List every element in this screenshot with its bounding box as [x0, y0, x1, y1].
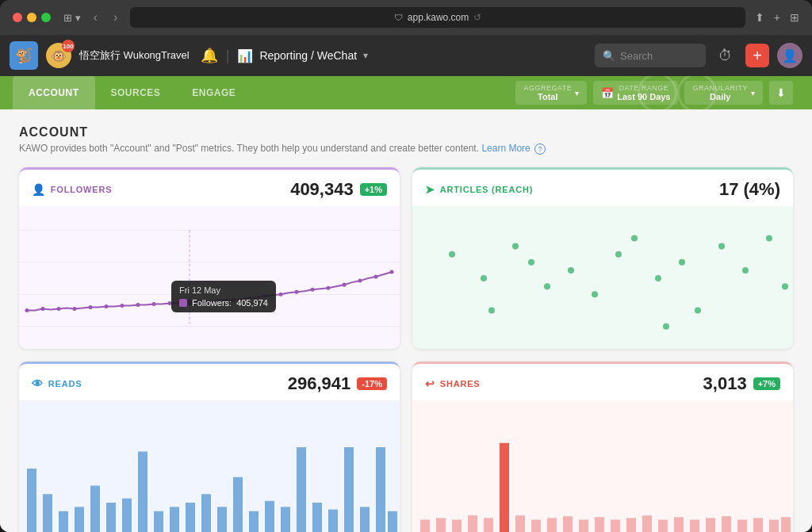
- svg-rect-73: [436, 518, 446, 532]
- browser-window: ⊞ ▾ ‹ › 🛡 app.kawo.com ↺ ⬆ + ⊞ 🐒 🐵 100 悟…: [0, 0, 812, 532]
- search-box[interactable]: 🔍 Search: [595, 44, 706, 67]
- tab-engage[interactable]: ENGAGE: [176, 76, 251, 109]
- section-description: KAWO provides both "Account" and "Post" …: [19, 143, 793, 155]
- reporting-label[interactable]: Reporting / WeChat: [259, 49, 357, 62]
- followers-value: 409,343: [290, 179, 354, 200]
- tab-sources[interactable]: SOURCES: [95, 76, 177, 109]
- shares-chart-body: [412, 400, 793, 532]
- svg-point-7: [73, 307, 77, 311]
- svg-point-30: [449, 251, 455, 257]
- svg-rect-57: [170, 507, 179, 532]
- search-placeholder: Search: [620, 50, 653, 62]
- shares-chart-svg: [412, 400, 793, 532]
- articles-chart-body: [412, 206, 793, 349]
- svg-rect-66: [312, 503, 322, 532]
- reads-header: 👁 READS 296,941 -17%: [19, 364, 400, 400]
- separator: |: [226, 48, 230, 64]
- svg-rect-49: [43, 494, 52, 532]
- user-avatar[interactable]: 👤: [777, 43, 802, 68]
- help-icon[interactable]: ?: [534, 144, 546, 155]
- help-button[interactable]: ⏱: [714, 44, 737, 67]
- svg-point-31: [481, 275, 487, 281]
- svg-point-41: [695, 307, 701, 313]
- main-content: ACCOUNT KAWO provides both "Account" and…: [0, 109, 812, 532]
- account-avatar[interactable]: 🐵 100: [46, 43, 71, 68]
- svg-point-34: [544, 283, 550, 289]
- articles-card: ➤ ARTICLES (REACH) 17 (4%): [412, 167, 793, 349]
- minimize-button[interactable]: [27, 13, 36, 22]
- svg-point-25: [358, 278, 362, 282]
- svg-point-9: [105, 304, 109, 308]
- svg-point-42: [718, 243, 725, 249]
- reads-label: 👁 READS: [32, 377, 82, 390]
- maximize-button[interactable]: [41, 13, 51, 22]
- svg-point-27: [390, 270, 394, 274]
- svg-rect-70: [376, 447, 385, 532]
- svg-rect-52: [90, 485, 100, 532]
- reporting-dropdown-icon[interactable]: ▾: [363, 50, 368, 61]
- new-tab-icon[interactable]: +: [774, 11, 780, 24]
- aggregate-filter[interactable]: AGGREGATE Total ▾: [515, 81, 587, 105]
- account-name[interactable]: 悟空旅行 WukongTravel: [79, 48, 190, 63]
- svg-rect-67: [328, 509, 338, 532]
- tab-account[interactable]: ACCOUNT: [13, 76, 95, 109]
- learn-more-link[interactable]: Learn More: [481, 143, 530, 154]
- grid-icon[interactable]: ⊞: [790, 11, 799, 24]
- svg-rect-88: [674, 517, 684, 532]
- reads-icon: 👁: [32, 377, 44, 390]
- shares-badge: +7%: [753, 377, 780, 390]
- svg-rect-89: [690, 519, 699, 532]
- notification-bell[interactable]: 🔔: [201, 47, 218, 64]
- reporting-nav: 📊 Reporting / WeChat ▾: [237, 48, 368, 63]
- svg-rect-63: [265, 501, 274, 532]
- svg-rect-64: [281, 507, 290, 532]
- svg-point-12: [152, 302, 156, 306]
- metrics-grid: 👤 FOLLOWERS 409,343 +1%: [19, 167, 793, 532]
- svg-point-24: [343, 282, 347, 286]
- aggregate-dropdown-icon: ▾: [575, 89, 579, 98]
- svg-point-20: [279, 293, 283, 297]
- svg-rect-77: [500, 443, 509, 532]
- followers-chart-svg: [19, 206, 400, 343]
- svg-rect-79: [531, 519, 541, 532]
- svg-point-23: [327, 285, 331, 289]
- svg-point-33: [528, 259, 534, 266]
- browser-titlebar: ⊞ ▾ ‹ › 🛡 app.kawo.com ↺ ⬆ + ⊞: [0, 0, 812, 35]
- close-button[interactable]: [13, 13, 22, 22]
- nav-tabs: ACCOUNT SOURCES ENGAGE AGGREGATE Total ▾: [0, 76, 812, 109]
- articles-chart: [412, 206, 793, 343]
- svg-point-8: [89, 305, 93, 309]
- svg-rect-54: [122, 498, 132, 532]
- share-icon[interactable]: ⬆: [755, 11, 764, 24]
- reads-chart-body: [19, 400, 400, 532]
- refresh-icon[interactable]: ↺: [473, 12, 481, 23]
- svg-rect-55: [138, 451, 147, 532]
- svg-rect-93: [753, 518, 763, 532]
- followers-card: 👤 FOLLOWERS 409,343 +1%: [19, 167, 400, 349]
- svg-rect-72: [420, 519, 430, 532]
- svg-point-38: [631, 235, 638, 241]
- svg-rect-58: [186, 503, 195, 532]
- svg-rect-75: [468, 515, 477, 532]
- svg-point-44: [766, 235, 772, 241]
- svg-rect-85: [626, 518, 636, 532]
- download-button[interactable]: ⬇: [769, 81, 793, 105]
- address-bar[interactable]: 🛡 app.kawo.com ↺: [130, 7, 745, 28]
- followers-chart: Fri 12 May Followers: 405,974: [19, 206, 400, 343]
- followers-icon: 👤: [32, 183, 46, 196]
- svg-rect-78: [515, 515, 525, 532]
- window-icon: ⊞ ▾: [63, 12, 81, 24]
- add-button[interactable]: +: [745, 44, 769, 67]
- shares-label: ↩ SHARES: [425, 377, 480, 390]
- svg-rect-87: [658, 519, 668, 532]
- svg-point-39: [655, 275, 661, 281]
- back-button[interactable]: ‹: [90, 9, 101, 26]
- reads-value: 296,941: [288, 373, 351, 394]
- followers-label: 👤 FOLLOWERS: [32, 183, 112, 196]
- svg-rect-56: [154, 511, 163, 532]
- forward-button[interactable]: ›: [110, 9, 121, 26]
- app-logo: 🐒: [10, 41, 38, 70]
- svg-rect-83: [595, 517, 604, 532]
- svg-rect-82: [579, 519, 588, 532]
- browser-actions: ⬆ + ⊞: [755, 11, 799, 24]
